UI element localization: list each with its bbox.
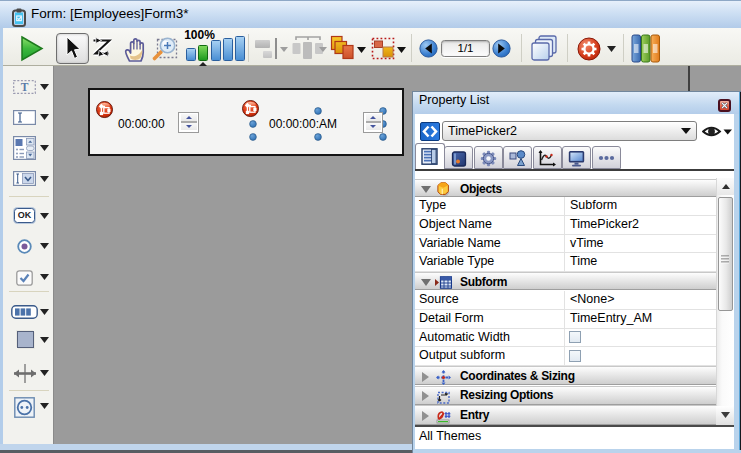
svg-text:T: T: [21, 81, 29, 93]
